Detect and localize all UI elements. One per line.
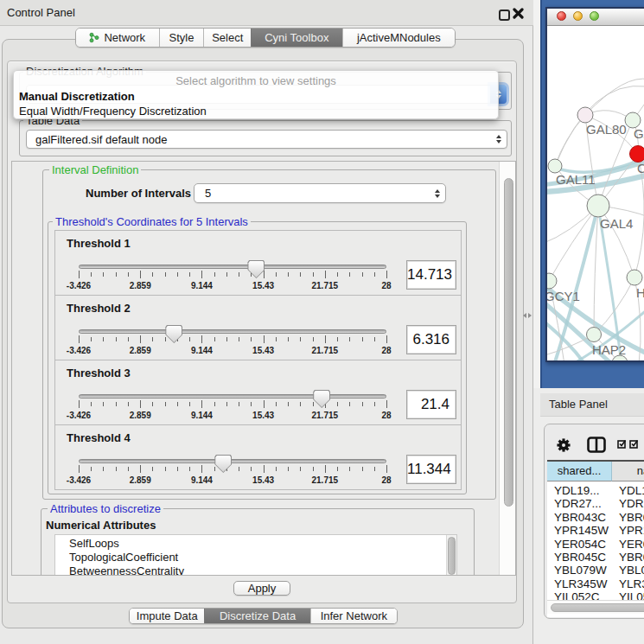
node-label: GAL80: [586, 122, 627, 137]
slider-track[interactable]: [79, 394, 386, 399]
tab-jactivemnodules[interactable]: jActiveMNodules: [342, 29, 455, 47]
tab-network[interactable]: Network: [76, 29, 159, 47]
slider-tick: [128, 467, 129, 471]
column-header-shared-name[interactable]: shared...: [547, 462, 612, 481]
table-horizontal-scrollbar[interactable]: [547, 600, 644, 614]
network-node-hap2[interactable]: [587, 328, 602, 342]
close-icon[interactable]: [513, 8, 524, 19]
slider-tick: [386, 400, 387, 408]
slider-thumb[interactable]: [214, 455, 232, 473]
tab-impute-data[interactable]: Impute Data: [130, 609, 204, 623]
slider-tick: [91, 272, 92, 277]
threshold-label: Threshold 3: [67, 367, 131, 379]
tab-label: Cyni Toolbox: [265, 31, 328, 44]
scrollbar-thumb[interactable]: [551, 603, 644, 612]
dropdown-item-equal-width-frequency[interactable]: Equal Width/Frequency Discretization: [19, 105, 207, 118]
threshold-value-field[interactable]: 6.316: [406, 325, 456, 354]
slider-tick: [251, 402, 252, 406]
table-row[interactable]: YLR345WYLR345W: [547, 577, 644, 591]
dropdown-item-manual-discretization[interactable]: Manual Discretization: [19, 90, 135, 103]
slider-tick: [189, 467, 190, 471]
network-node-c[interactable]: [630, 146, 644, 163]
table-row[interactable]: YPR145WYPR145W: [547, 524, 644, 538]
slider-tick: [152, 272, 153, 277]
network-node-gal4[interactable]: [587, 194, 609, 217]
network-icon: [89, 32, 99, 43]
number-of-intervals-select[interactable]: 5: [194, 183, 446, 203]
numerical-attributes-label: Numerical Attributes: [46, 519, 156, 532]
slider-tick: [325, 465, 326, 473]
checkbox-icon[interactable]: [617, 439, 627, 449]
column-header-name[interactable]: name: [612, 462, 644, 481]
network-node-gal80[interactable]: [577, 107, 593, 123]
table-data-select[interactable]: galFiltered.sif default node: [26, 130, 507, 149]
numerical-attributes-list[interactable]: SelfLoopsTopologicalCoefficientBetweenne…: [54, 534, 457, 576]
attribute-list-item[interactable]: SelfLoops: [69, 537, 119, 550]
top-tab-bar: NetworkStyleSelectCyni ToolboxjActiveMNo…: [75, 28, 456, 48]
network-edge[interactable]: [555, 115, 585, 166]
settings-vertical-scrollbar[interactable]: [499, 162, 516, 575]
divider-arrow-right-icon[interactable]: [528, 313, 532, 318]
float-window-icon[interactable]: [499, 10, 510, 21]
table-row[interactable]: YDR27...YDR27: [547, 497, 644, 511]
table-row[interactable]: YIL052CYIL052C: [547, 590, 644, 600]
node-label: GCY1: [547, 289, 580, 303]
cell-name: YIL052C: [619, 590, 644, 600]
slider-tick: [288, 402, 289, 406]
table-row[interactable]: YBL079WYBL079W: [547, 564, 644, 577]
threshold-value-field[interactable]: 21.4: [406, 390, 456, 419]
scrollbar-thumb[interactable]: [448, 537, 456, 575]
tab-discretize-data[interactable]: Discretize Data: [204, 609, 309, 623]
slider-thumb[interactable]: [165, 325, 182, 343]
split-table-icon[interactable]: [587, 437, 606, 453]
threshold-panel-3: Threshold 3-3.4262.8599.14415.4321.71528…: [54, 360, 462, 425]
slider-tick: [386, 335, 387, 343]
gear-icon[interactable]: [556, 437, 571, 453]
network-node-gcy1[interactable]: [547, 273, 557, 289]
attributes-list-scrollbar[interactable]: [446, 535, 456, 576]
slider-tick: [251, 467, 252, 471]
attribute-list-item[interactable]: TopologicalCoefficient: [69, 551, 178, 564]
table-row[interactable]: YBR045CYBR045C: [547, 551, 644, 564]
slider-tick: [337, 337, 338, 341]
network-node-h[interactable]: [627, 270, 642, 285]
tab-select[interactable]: Select: [203, 29, 251, 47]
apply-button[interactable]: Apply: [233, 581, 290, 596]
threshold-value-field[interactable]: 11.344: [406, 455, 456, 484]
zoom-traffic-light-icon[interactable]: [590, 11, 599, 21]
network-canvas[interactable]: GAL80GACGAL11GAL4GCY1HHAP2: [547, 26, 644, 360]
table-bottom-gap: [547, 614, 644, 617]
network-edge[interactable]: [549, 206, 598, 281]
slider-track[interactable]: [79, 329, 386, 334]
slider-tick: [214, 337, 215, 341]
table-row[interactable]: YDL19...YDL19: [547, 484, 644, 498]
checkbox-icon[interactable]: [629, 439, 639, 449]
slider-tick: [201, 271, 202, 278]
node-label: GAL4: [600, 216, 633, 231]
close-traffic-light-icon[interactable]: [557, 11, 566, 21]
table-row[interactable]: YBR043CYBR043C: [547, 511, 644, 525]
scrollbar-thumb[interactable]: [504, 178, 513, 507]
tab-cyni-toolbox[interactable]: Cyni Toolbox: [251, 29, 342, 47]
tab-infer-network[interactable]: Infer Network: [310, 609, 397, 623]
threshold-panel-4: Threshold 4-3.4262.8599.14415.4321.71528…: [54, 424, 462, 490]
slider-tick: [300, 272, 301, 277]
slider-track[interactable]: [79, 459, 386, 463]
slider-thumb-face: [314, 391, 329, 407]
tab-style[interactable]: Style: [159, 29, 204, 47]
network-edge[interactable]: [585, 79, 644, 115]
threshold-value-field[interactable]: 14.713: [406, 260, 456, 290]
slider-tick: [313, 467, 314, 471]
divider-arrow-left-icon[interactable]: [523, 313, 526, 318]
slider-tick-label: 2.859: [130, 281, 151, 290]
network-node-gal11[interactable]: [548, 159, 562, 173]
minimize-traffic-light-icon[interactable]: [573, 11, 583, 21]
attribute-list-item[interactable]: BetweennessCentrality: [69, 564, 184, 576]
slider-thumb[interactable]: [313, 390, 330, 408]
slider-tick: [374, 272, 375, 277]
slider-tick: [177, 272, 178, 277]
table-row[interactable]: YER054CYER054C: [547, 538, 644, 552]
slider-tick: [152, 337, 153, 341]
node-label: H: [636, 285, 644, 300]
slider-track[interactable]: [79, 265, 386, 269]
